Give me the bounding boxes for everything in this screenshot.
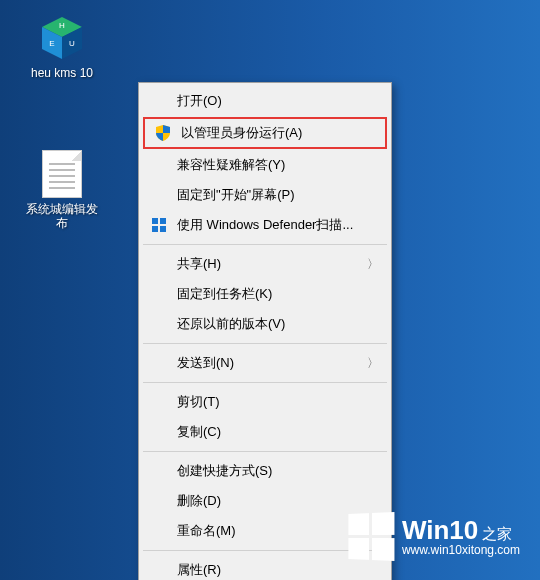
menu-label: 固定到"开始"屏幕(P) — [177, 186, 379, 204]
menu-label: 以管理员身份运行(A) — [181, 124, 375, 142]
menu-label: 打开(O) — [177, 92, 379, 110]
blank-icon — [149, 560, 169, 580]
svg-rect-6 — [152, 218, 158, 224]
menu-label: 兼容性疑难解答(Y) — [177, 156, 379, 174]
menu-label: 使用 Windows Defender扫描... — [177, 216, 379, 234]
menu-send-to[interactable]: 发送到(N) 〉 — [141, 348, 389, 378]
blank-icon — [149, 422, 169, 442]
menu-label: 剪切(T) — [177, 393, 379, 411]
chevron-right-icon: 〉 — [367, 256, 379, 273]
menu-label: 发送到(N) — [177, 354, 367, 372]
svg-rect-7 — [160, 218, 166, 224]
svg-text:U: U — [69, 39, 75, 48]
menu-share[interactable]: 共享(H) 〉 — [141, 249, 389, 279]
blank-icon — [149, 284, 169, 304]
menu-separator — [143, 382, 387, 383]
desktop-icon-label: 系统城编辑发布 — [22, 202, 102, 231]
blank-icon — [149, 91, 169, 111]
menu-separator — [143, 244, 387, 245]
blank-icon — [149, 353, 169, 373]
menu-label: 创建快捷方式(S) — [177, 462, 379, 480]
menu-copy[interactable]: 复制(C) — [141, 417, 389, 447]
desktop-icon-label: heu kms 10 — [22, 66, 102, 80]
menu-separator — [143, 343, 387, 344]
svg-rect-9 — [160, 226, 166, 232]
watermark-url: www.win10xitong.com — [402, 544, 520, 557]
menu-label: 属性(R) — [177, 561, 379, 579]
watermark: Win10之家 www.win10xitong.com — [347, 513, 520, 560]
blank-icon — [149, 254, 169, 274]
menu-label: 固定到任务栏(K) — [177, 285, 379, 303]
blank-icon — [149, 461, 169, 481]
menu-pin-to-start[interactable]: 固定到"开始"屏幕(P) — [141, 180, 389, 210]
menu-label: 还原以前的版本(V) — [177, 315, 379, 333]
blank-icon — [149, 392, 169, 412]
chevron-right-icon: 〉 — [367, 355, 379, 372]
svg-text:E: E — [49, 39, 54, 48]
watermark-title: Win10之家 — [402, 516, 520, 545]
text-file-icon — [42, 150, 82, 198]
blank-icon — [149, 491, 169, 511]
menu-create-shortcut[interactable]: 创建快捷方式(S) — [141, 456, 389, 486]
blank-icon — [149, 155, 169, 175]
defender-icon — [149, 215, 169, 235]
svg-text:H: H — [59, 21, 65, 30]
menu-run-as-admin[interactable]: 以管理员身份运行(A) — [143, 117, 387, 149]
menu-label: 删除(D) — [177, 492, 379, 510]
cube-icon: H E U — [38, 14, 86, 62]
menu-troubleshoot-compat[interactable]: 兼容性疑难解答(Y) — [141, 150, 389, 180]
shield-icon — [153, 123, 173, 143]
menu-label: 共享(H) — [177, 255, 367, 273]
menu-pin-to-taskbar[interactable]: 固定到任务栏(K) — [141, 279, 389, 309]
blank-icon — [149, 185, 169, 205]
menu-label: 复制(C) — [177, 423, 379, 441]
desktop-icon-textfile[interactable]: 系统城编辑发布 — [22, 150, 102, 231]
menu-delete[interactable]: 删除(D) — [141, 486, 389, 516]
menu-separator — [143, 451, 387, 452]
menu-cut[interactable]: 剪切(T) — [141, 387, 389, 417]
menu-restore-previous[interactable]: 还原以前的版本(V) — [141, 309, 389, 339]
desktop-icon-heu-kms[interactable]: H E U heu kms 10 — [22, 14, 102, 80]
menu-open[interactable]: 打开(O) — [141, 86, 389, 116]
windows-logo-icon — [348, 512, 394, 561]
svg-rect-8 — [152, 226, 158, 232]
context-menu: 打开(O) 以管理员身份运行(A) 兼容性疑难解答(Y) 固定到"开始"屏幕(P… — [138, 82, 392, 580]
blank-icon — [149, 314, 169, 334]
menu-defender-scan[interactable]: 使用 Windows Defender扫描... — [141, 210, 389, 240]
blank-icon — [149, 521, 169, 541]
